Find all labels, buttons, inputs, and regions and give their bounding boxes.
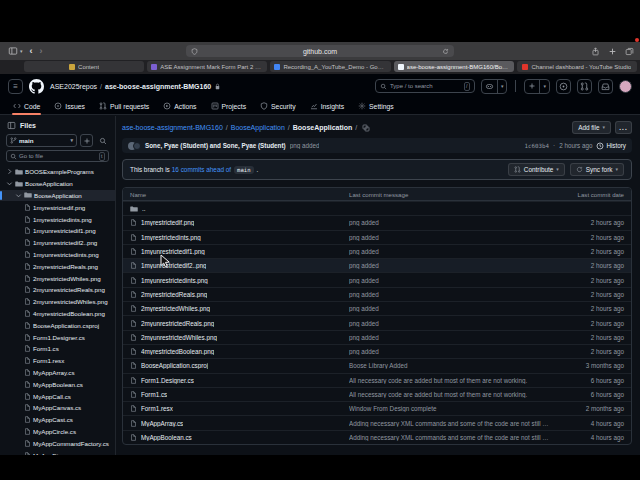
table-row[interactable]: .. (123, 201, 631, 215)
chevron-icon[interactable] (6, 168, 13, 175)
new-file-button[interactable] (80, 134, 93, 147)
commit-message-cell[interactable]: png added (349, 348, 553, 355)
commit-message-cell[interactable]: Adding necessary XML commands and some o… (349, 434, 553, 441)
column-name[interactable]: Name (123, 191, 349, 198)
file-name-link[interactable]: 1myunrestrictedif1.png (141, 248, 205, 255)
reload-icon[interactable] (442, 48, 449, 55)
file-name-link[interactable]: MyAppBoolean.cs (141, 434, 192, 441)
commit-message-cell[interactable]: png added (349, 248, 553, 255)
tree-item[interactable]: 1myrestrictedints.png (0, 213, 115, 225)
tree-item[interactable]: MyAppCommandFactory.cs (0, 437, 115, 449)
copy-path-icon[interactable] (362, 124, 370, 132)
copilot-button[interactable]: ▾ (481, 79, 508, 94)
issues-header-button[interactable] (556, 79, 571, 94)
tree-item[interactable]: 1myunrestrictedif1.png (0, 225, 115, 237)
table-row[interactable]: 1myrestrictedints.png png added 2 hours … (123, 230, 631, 244)
back-icon[interactable]: ‹ (30, 46, 33, 56)
table-row[interactable]: Form1.cs All necessary code are added bu… (123, 387, 631, 401)
file-name-link[interactable]: 1myrestrictedif.png (141, 219, 194, 226)
history-link[interactable]: History (596, 142, 626, 150)
file-name-link[interactable]: 2myrestrictedReals.png (141, 291, 207, 298)
file-name-link[interactable]: 2myunrestrictedReals.png (141, 320, 214, 327)
file-name-link[interactable]: 4myrestrictedBoolean.png (141, 348, 214, 355)
user-avatar[interactable] (619, 80, 632, 93)
browser-tab[interactable]: Recording_A_YouTube_Demo - Google Docs (270, 61, 390, 72)
browser-tab[interactable]: Channel dashboard - YouTube Studio (517, 61, 637, 72)
browser-tab[interactable]: ASE Assignment Mark Form Part 2 2025 (147, 61, 267, 72)
breadcrumb-repo-link[interactable]: ase-boose-assignment-BMG160 (122, 124, 223, 131)
browser-tab[interactable]: ase-boose-assignment-BMG160/BooseApplica… (394, 61, 514, 72)
commit-message[interactable]: png added (290, 142, 320, 149)
tree-item[interactable]: MyAppBoolean.cs (0, 378, 115, 390)
commit-message-cell[interactable]: All necessary code are added but most of… (349, 391, 553, 398)
file-name-link[interactable]: 2myrestrictedWhiles.png (141, 305, 210, 312)
chevron-down-icon[interactable]: ▾ (497, 80, 507, 93)
tree-item[interactable]: BooseApplication.csproj (0, 319, 115, 331)
tree-item[interactable]: 2myrestrictedReals.png (0, 260, 115, 272)
repo-link[interactable]: ase-boose-assignment-BMG160 (105, 83, 211, 90)
tree-item[interactable]: MyAppCast.cs (0, 414, 115, 426)
commit-message-cell[interactable]: png added (349, 262, 553, 269)
panel-collapse-icon[interactable] (7, 121, 16, 130)
table-row[interactable]: 1myrestrictedif.png png added 2 hours ag… (123, 215, 631, 229)
file-name-link[interactable]: 1myrestrictedints.png (141, 234, 201, 241)
tree-item[interactable]: 1myrestrictedif.png (0, 201, 115, 213)
file-name-link[interactable]: BooseApplication.csproj (141, 362, 208, 369)
commit-message-cell[interactable]: png added (349, 277, 553, 284)
table-row[interactable]: 1myunrestrictedif2..png png added 2 hour… (123, 258, 631, 272)
commit-hash[interactable]: 1c603b4 (525, 143, 549, 149)
create-new-button[interactable]: ▾ (524, 79, 550, 94)
repo-nav-tab[interactable]: Pull requests (92, 98, 156, 114)
tree-item[interactable]: Form1.cs (0, 343, 115, 355)
inbox-button[interactable] (598, 79, 613, 94)
pull-requests-header-button[interactable] (577, 79, 592, 94)
table-row[interactable]: 2myunrestrictedReals.png png added 2 hou… (123, 315, 631, 329)
repo-nav-tab[interactable]: Insights (303, 98, 351, 114)
tree-item[interactable]: 4myrestrictedBoolean.png (0, 308, 115, 320)
tree-item[interactable]: MyAppArray.cs (0, 367, 115, 379)
share-icon[interactable] (591, 47, 600, 56)
commit-message-cell[interactable]: Boose Library Added (349, 362, 553, 369)
commit-message-cell[interactable]: Adding necessary XML commands and some o… (349, 420, 553, 427)
file-name-link[interactable]: Form1.Designer.cs (141, 377, 194, 384)
commit-authors[interactable]: Sone, Pyae (Student) and Sone, Pyae (Stu… (145, 142, 286, 149)
repo-nav-tab[interactable]: Issues (47, 98, 92, 114)
add-file-button[interactable]: Add file ▾ (572, 121, 611, 134)
chevron-icon[interactable] (6, 180, 13, 187)
repo-nav-tab[interactable]: Actions (156, 98, 203, 114)
more-options-button[interactable]: ... (615, 121, 632, 134)
url-bar[interactable]: github.com (186, 45, 454, 57)
table-row[interactable]: 1myunrestrictedints.png png added 2 hour… (123, 272, 631, 286)
tree-item[interactable]: Form1.Designer.cs (0, 331, 115, 343)
browser-tab[interactable]: Content (24, 61, 144, 72)
file-name-link[interactable]: Form1.cs (141, 391, 167, 398)
tree-item[interactable]: Form1.resx (0, 355, 115, 367)
tree-item[interactable]: BooseApplication (0, 190, 115, 202)
commit-message-cell[interactable]: All necessary code are added but most of… (349, 377, 553, 384)
tree-item[interactable]: 2myunrestrictedReals.png (0, 284, 115, 296)
breadcrumb-folder-link[interactable]: BooseApplication (231, 124, 285, 131)
commit-message-cell[interactable]: png added (349, 334, 553, 341)
commit-message-cell[interactable]: Window From Design complete (349, 405, 553, 412)
tree-item[interactable]: 2myunrestrictedWhiles.png (0, 296, 115, 308)
file-name-link[interactable]: MyAppArray.cs (141, 420, 183, 427)
table-row[interactable]: MyAppArray.cs Adding necessary XML comma… (123, 415, 631, 429)
commit-message-cell[interactable]: png added (349, 291, 553, 298)
commit-message-cell[interactable]: png added (349, 219, 553, 226)
tree-item[interactable]: 1myunrestrictedints.png (0, 249, 115, 261)
search-input[interactable]: Type / to search / (375, 79, 475, 93)
tree-item[interactable]: MyAppCanvas.cs (0, 402, 115, 414)
tree-item[interactable]: BooseApplication (0, 178, 115, 190)
sync-fork-button[interactable]: Sync fork ▾ (570, 163, 624, 176)
file-name-link[interactable]: Form1.resx (141, 405, 173, 412)
table-row[interactable]: 2myunrestrictedWhiles.png png added 2 ho… (123, 330, 631, 344)
forward-icon[interactable]: › (40, 46, 43, 56)
commit-author-avatars[interactable] (128, 142, 141, 150)
file-name-link[interactable]: 1myunrestrictedints.png (141, 277, 208, 284)
file-name-link[interactable]: 2myunrestrictedWhiles.png (141, 334, 217, 341)
github-logo-icon[interactable] (29, 79, 44, 94)
table-row[interactable]: Form1.resx Window From Design complete 2… (123, 401, 631, 415)
tree-item[interactable]: MyAppDisc.cs (0, 449, 115, 455)
commit-message-cell[interactable]: png added (349, 320, 553, 327)
branch-selector[interactable]: main ▾ (6, 134, 77, 147)
